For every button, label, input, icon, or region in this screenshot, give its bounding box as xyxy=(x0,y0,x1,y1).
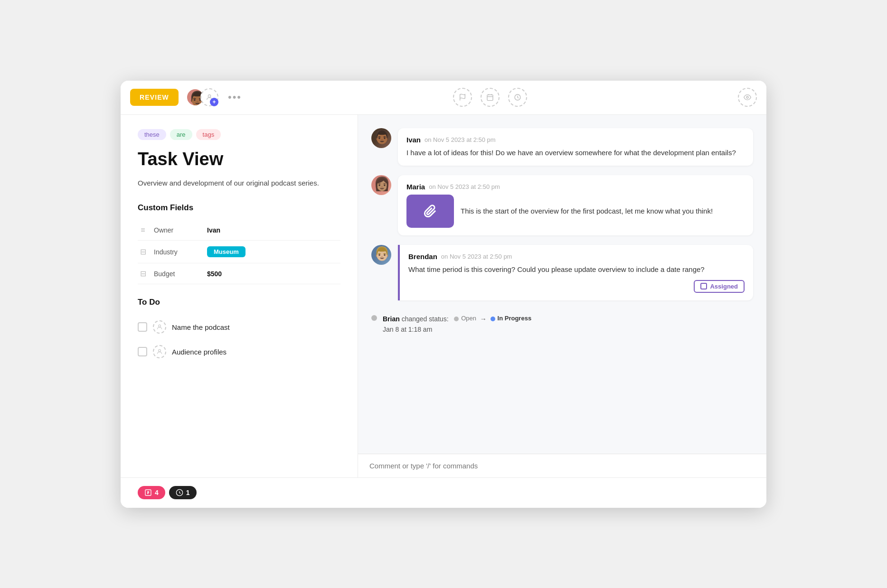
comment-text-ivan: I have a lot of ideas for this! Do we ha… xyxy=(406,148,745,159)
comment-content-brendan: Brendan on Nov 5 2023 at 2:50 pm What ti… xyxy=(398,245,753,300)
assigned-button[interactable]: Assigned xyxy=(694,280,745,293)
app-badge-pink[interactable]: 4 xyxy=(138,486,165,499)
add-member-button[interactable]: + xyxy=(200,88,218,106)
svg-point-8 xyxy=(159,325,161,327)
todo-avatar-1 xyxy=(153,320,166,334)
app-badge-dark[interactable]: 1 xyxy=(169,486,197,499)
todo-label-1: Name the podcast xyxy=(172,323,230,331)
status-inprogress: In Progress xyxy=(491,314,532,324)
comment-header-ivan: Ivan on Nov 5 2023 at 2:50 pm xyxy=(406,136,745,144)
tag-are[interactable]: are xyxy=(170,129,192,140)
comment-content-ivan: Ivan on Nov 5 2023 at 2:50 pm I have a l… xyxy=(398,128,753,166)
assigned-label: Assigned xyxy=(710,283,738,290)
svg-rect-2 xyxy=(487,95,493,101)
comment-author-ivan: Ivan xyxy=(406,136,421,144)
task-description: Overview and development of our original… xyxy=(138,177,340,189)
status-dot xyxy=(371,315,377,321)
status-change: Brian changed status: Open → In Progress xyxy=(371,310,753,339)
budget-icon: ⊟ xyxy=(138,269,148,278)
assigned-checkbox xyxy=(700,283,707,289)
todo-title: To Do xyxy=(138,298,340,307)
comment-maria: Maria on Nov 5 2023 at 2:50 pm This is t… xyxy=(371,175,753,235)
comment-time-maria: on Nov 5 2023 at 2:50 pm xyxy=(429,183,500,190)
todo-item-2: Audience profiles xyxy=(138,339,340,364)
top-bar-right xyxy=(738,88,757,107)
tag-these[interactable]: these xyxy=(138,129,166,140)
review-button[interactable]: REVIEW xyxy=(130,89,179,106)
status-inprogress-dot xyxy=(491,317,495,321)
owner-label: Owner xyxy=(154,226,201,234)
comment-header-brendan: Brendan on Nov 5 2023 at 2:50 pm xyxy=(408,252,745,261)
owner-icon: ≡ xyxy=(138,226,148,234)
eye-icon-button[interactable] xyxy=(738,88,757,107)
industry-icon: ⊟ xyxy=(138,247,148,256)
right-panel: Ivan on Nov 5 2023 at 2:50 pm I have a l… xyxy=(358,115,766,477)
comment-author-brendan: Brendan xyxy=(408,252,437,261)
avatar-brendan xyxy=(371,245,391,265)
comment-ivan: Ivan on Nov 5 2023 at 2:50 pm I have a l… xyxy=(371,128,753,166)
status-open-dot xyxy=(454,317,459,321)
more-options-button[interactable]: ••• xyxy=(228,91,242,103)
field-row-industry: ⊟ Industry Museum xyxy=(138,241,340,263)
budget-value[interactable]: $500 xyxy=(207,270,222,278)
top-bar: REVIEW + ••• xyxy=(121,81,766,115)
left-panel: these are tags Task View Overview and de… xyxy=(121,115,358,477)
status-arrow: → xyxy=(480,315,487,323)
attachment-thumbnail[interactable] xyxy=(406,195,454,228)
industry-label: Industry xyxy=(154,248,201,256)
status-from: Open xyxy=(461,314,476,324)
avatar-group: + xyxy=(186,88,218,106)
todo-item-1: Name the podcast xyxy=(138,315,340,339)
task-title: Task View xyxy=(138,149,340,169)
status-open: Open xyxy=(454,314,476,324)
comment-header-maria: Maria on Nov 5 2023 at 2:50 pm xyxy=(406,183,745,191)
clock-icon-button[interactable] xyxy=(508,88,527,107)
tags-row: these are tags xyxy=(138,129,340,140)
comment-footer-brendan: Assigned xyxy=(408,280,745,293)
calendar-icon-button[interactable] xyxy=(481,88,500,107)
svg-point-0 xyxy=(208,95,210,97)
todo-avatar-2 xyxy=(153,345,166,358)
svg-point-9 xyxy=(159,350,161,352)
custom-fields-title: Custom Fields xyxy=(138,203,340,213)
comment-brendan: Brendan on Nov 5 2023 at 2:50 pm What ti… xyxy=(371,245,753,300)
todo-checkbox-2[interactable] xyxy=(138,347,147,356)
owner-value[interactable]: Ivan xyxy=(207,226,220,234)
comment-time-ivan: on Nov 5 2023 at 2:50 pm xyxy=(425,136,496,143)
todo-label-2: Audience profiles xyxy=(172,348,226,356)
industry-value[interactable]: Museum xyxy=(207,246,245,257)
status-date: Jan 8 at 1:18 am xyxy=(383,324,531,335)
flag-icon-button[interactable] xyxy=(453,88,472,107)
svg-point-7 xyxy=(746,96,748,98)
top-bar-center-icons xyxy=(242,88,738,107)
main-content: these are tags Task View Overview and de… xyxy=(121,115,766,477)
comment-with-attachment: This is the start of the overview for th… xyxy=(406,195,745,228)
status-change-text: Brian changed status: Open → In Progress xyxy=(383,314,531,335)
field-row-owner: ≡ Owner Ivan xyxy=(138,220,340,241)
comment-text-brendan: What time period is this covering? Could… xyxy=(408,264,745,275)
comment-text-maria: This is the start of the overview for th… xyxy=(461,206,713,217)
custom-fields-section: Custom Fields ≡ Owner Ivan ⊟ Industry Mu… xyxy=(138,203,340,284)
status-text-line1: Brian changed status: Open → In Progress xyxy=(383,314,531,324)
badge-dark-count: 1 xyxy=(186,489,190,496)
avatar-maria xyxy=(371,175,391,195)
comment-content-maria: Maria on Nov 5 2023 at 2:50 pm This is t… xyxy=(398,175,753,235)
field-row-budget: ⊟ Budget $500 xyxy=(138,263,340,284)
comment-input-bar xyxy=(358,454,766,477)
comment-input[interactable] xyxy=(369,462,755,470)
add-badge: + xyxy=(210,98,218,106)
comment-author-maria: Maria xyxy=(406,183,425,191)
status-person: Brian xyxy=(383,315,400,323)
badge-pink-count: 4 xyxy=(155,489,159,496)
tag-tags[interactable]: tags xyxy=(196,129,221,140)
todo-section: To Do Name the podcast xyxy=(138,298,340,364)
status-to: In Progress xyxy=(498,314,532,324)
comments-area: Ivan on Nov 5 2023 at 2:50 pm I have a l… xyxy=(358,115,766,454)
budget-label: Budget xyxy=(154,270,201,278)
avatar-ivan xyxy=(371,128,391,148)
bottom-bar: 4 1 xyxy=(121,477,766,508)
todo-checkbox-1[interactable] xyxy=(138,322,147,332)
comment-time-brendan: on Nov 5 2023 at 2:50 pm xyxy=(441,253,512,260)
